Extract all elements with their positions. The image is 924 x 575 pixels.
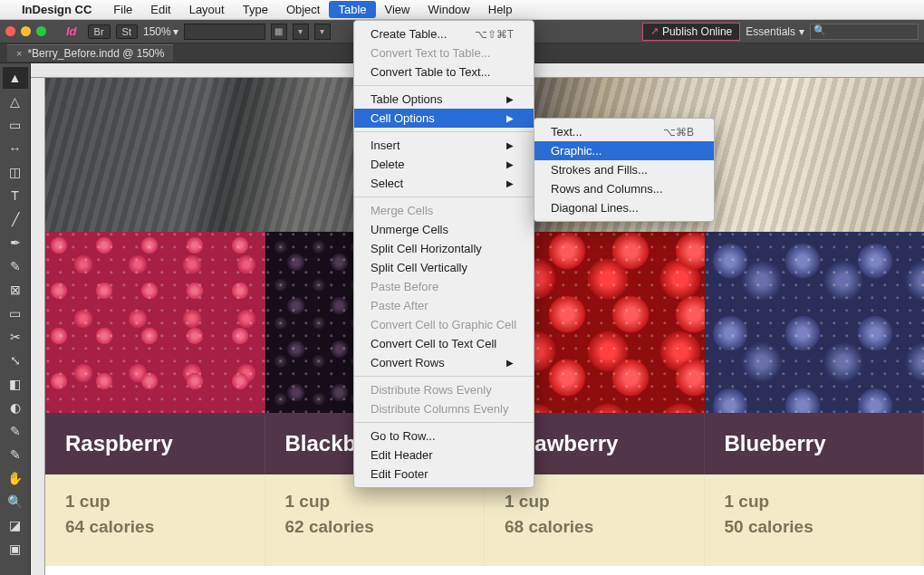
menu-item[interactable]: Convert Rows▶ [354, 353, 534, 372]
document-tab[interactable]: × *Berry_Before.indd @ 150% [7, 44, 173, 62]
menu-item[interactable]: Edit Header [354, 446, 534, 465]
berry-calories-cell: 1 cup50 calories [705, 474, 925, 566]
tool-rectangle[interactable]: ▭ [3, 302, 28, 324]
menu-item[interactable]: Strokes and Fills... [534, 160, 714, 179]
menu-item[interactable]: Table Options▶ [354, 90, 534, 109]
berry-calories-cell: 1 cup64 calories [45, 474, 265, 566]
berry-image-blueberry [705, 232, 925, 413]
menu-item[interactable]: Split Cell Horizontally [354, 239, 534, 258]
indesign-logo-icon: Id [66, 24, 77, 38]
mac-menubar: InDesign CC FileEditLayoutTypeObjectTabl… [0, 0, 924, 20]
menu-item: Paste Before [354, 277, 534, 296]
tool-hand[interactable]: ✋ [3, 467, 28, 489]
cell-options-submenu[interactable]: Text...⌥⌘BGraphic...Strokes and Fills...… [534, 118, 715, 222]
tool-pen[interactable]: ✒ [3, 232, 28, 254]
chevron-right-icon: ▶ [506, 140, 514, 150]
menu-item[interactable]: Convert Cell to Text Cell [354, 334, 534, 353]
menu-window[interactable]: Window [419, 1, 479, 18]
workspace-switcher[interactable]: Essentials▾ [746, 25, 804, 38]
berry-calories-row: 1 cup64 calories1 cup62 calories1 cup68 … [45, 474, 924, 566]
chevron-right-icon: ▶ [506, 113, 514, 123]
tool-free-transform[interactable]: ⤡ [3, 350, 28, 371]
tool-line[interactable]: ╱ [3, 208, 28, 230]
menu-item[interactable]: Text...⌥⌘B [534, 122, 714, 141]
menu-file[interactable]: File [104, 1, 141, 18]
chevron-down-icon: ▾ [799, 25, 804, 38]
menu-item: Convert Cell to Graphic Cell [354, 315, 534, 334]
menu-object[interactable]: Object [277, 1, 330, 18]
close-window-icon[interactable] [5, 26, 15, 36]
menu-item[interactable]: Insert▶ [354, 136, 534, 155]
menu-item[interactable]: Split Cell Vertically [354, 258, 534, 277]
menu-table[interactable]: Table [329, 1, 375, 18]
menu-item[interactable]: Convert Table to Text... [354, 62, 534, 81]
stock-button[interactable]: St [116, 24, 138, 39]
menu-item[interactable]: Rows and Columns... [534, 179, 714, 198]
tool-note[interactable]: ✎ [3, 420, 28, 442]
menu-item[interactable]: Unmerge Cells [354, 220, 534, 239]
publish-online-button[interactable]: Publish Online [642, 23, 740, 41]
tool-direct-select[interactable]: △ [3, 91, 28, 112]
berry-calories-cell: 1 cup68 calories [485, 474, 705, 566]
menu-item: Paste After [354, 296, 534, 315]
menu-item[interactable]: Delete▶ [354, 155, 534, 174]
menu-layout[interactable]: Layout [180, 1, 234, 18]
menu-item[interactable]: Diagonal Lines... [534, 198, 714, 217]
tool-page[interactable]: ▭ [3, 114, 28, 136]
menu-view[interactable]: View [376, 1, 419, 18]
menu-type[interactable]: Type [234, 1, 277, 18]
close-icon[interactable]: × [16, 48, 22, 59]
chevron-right-icon: ▶ [506, 159, 514, 169]
berry-calories-cell: 1 cup62 calories [265, 474, 486, 566]
menu-item[interactable]: Graphic... [534, 141, 714, 160]
menu-item[interactable]: Go to Row... [354, 426, 534, 446]
menu-item: Merge Cells [354, 201, 534, 220]
menu-item[interactable]: Create Table...⌥⇧⌘T [354, 24, 534, 43]
tool-gradient-feather[interactable]: ◐ [3, 397, 28, 418]
tool-pencil[interactable]: ✎ [3, 255, 28, 277]
window-controls[interactable] [5, 26, 46, 36]
tool-zoom[interactable]: 🔍 [3, 491, 28, 513]
tool-mode[interactable]: ▣ [3, 538, 28, 560]
screen-mode-icon[interactable]: ▾ [293, 24, 309, 40]
berry-name-cell: Raspberry [45, 413, 265, 474]
tool-eyedropper[interactable]: ✎ [3, 444, 28, 465]
tool-type[interactable]: T [3, 185, 28, 206]
document-tab-title: *Berry_Before.indd @ 150% [27, 47, 164, 60]
menu-item[interactable]: Select▶ [354, 174, 534, 193]
tools-panel: ▲△▭↔◫T╱✒✎⊠▭✂⤡◧◐✎✎✋🔍◪▣ [0, 63, 31, 575]
tool-gradient-swatch[interactable]: ◧ [3, 373, 28, 395]
menu-item[interactable]: Edit Footer [354, 465, 534, 484]
menu-item: Convert Text to Table... [354, 43, 534, 62]
menu-item: Distribute Columns Evenly [354, 399, 534, 418]
tool-scissors[interactable]: ✂ [3, 326, 28, 348]
control-select-1[interactable] [184, 24, 265, 40]
zoom-value: 150% [143, 25, 171, 38]
tool-arrow[interactable]: ▲ [3, 67, 28, 89]
chevron-right-icon: ▶ [506, 178, 514, 188]
menu-help[interactable]: Help [479, 1, 522, 18]
menu-edit[interactable]: Edit [141, 1, 179, 18]
table-menu[interactable]: Create Table...⌥⇧⌘TConvert Text to Table… [353, 20, 534, 488]
berry-name-cell: Blueberry [705, 413, 925, 474]
zoom-selector[interactable]: 150% ▾ [143, 25, 178, 38]
app-name[interactable]: InDesign CC [22, 3, 91, 16]
berry-image-raspberry [45, 232, 265, 413]
search-input[interactable] [810, 24, 919, 40]
zoom-window-icon[interactable] [36, 26, 46, 36]
minimize-window-icon[interactable] [21, 26, 31, 36]
chevron-down-icon: ▾ [173, 25, 178, 38]
tool-content-collector[interactable]: ◫ [3, 161, 28, 183]
menu-item: Distribute Rows Evenly [354, 380, 534, 399]
tool-fill-stroke[interactable]: ◪ [3, 514, 28, 536]
tool-gap[interactable]: ↔ [3, 138, 28, 159]
tool-rectangle-frame[interactable]: ⊠ [3, 279, 28, 301]
chevron-right-icon: ▶ [506, 358, 514, 368]
bridge-button[interactable]: Br [88, 24, 111, 39]
menu-item[interactable]: Cell Options▶ [354, 109, 534, 128]
view-option-icon[interactable]: ▦ [271, 24, 287, 40]
chevron-right-icon: ▶ [506, 94, 514, 104]
arrange-icon[interactable]: ▾ [314, 24, 331, 40]
ruler-vertical[interactable] [31, 78, 45, 575]
